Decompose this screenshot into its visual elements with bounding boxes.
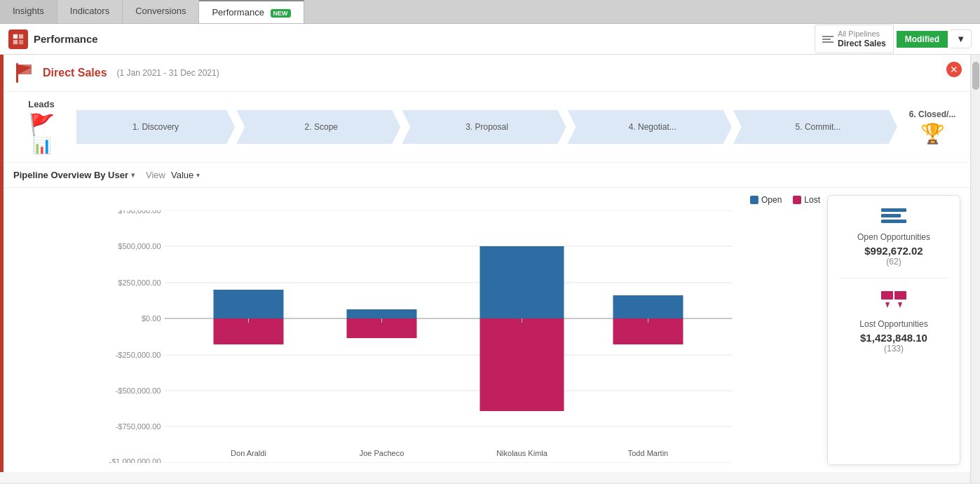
modified-button[interactable]: Modified	[897, 31, 948, 48]
tab-insights[interactable]: Insights	[0, 0, 57, 23]
logo-icon	[12, 33, 25, 46]
svg-text:Joe Pacheco: Joe Pacheco	[360, 449, 404, 457]
new-badge: NEW	[271, 9, 291, 18]
svg-rect-34	[881, 220, 906, 223]
svg-text:$0.00: $0.00	[142, 314, 161, 323]
closed-stage: 6. Closed/... 🏆	[904, 109, 960, 145]
svg-marker-38	[898, 302, 902, 308]
pipeline-selector[interactable]: All Pipelines Direct Sales	[815, 25, 894, 54]
content-panel: Direct Sales (1 Jan 2021 - 31 Dec 2021) …	[0, 55, 970, 483]
direct-sales-header: Direct Sales (1 Jan 2021 - 31 Dec 2021) …	[4, 55, 970, 92]
lost-opportunities-icon	[839, 290, 948, 315]
stage-5[interactable]: 5. Commit...	[733, 110, 897, 144]
svg-text:-$750,000.00: -$750,000.00	[116, 422, 161, 431]
svg-text:$250,000.00: $250,000.00	[118, 278, 161, 287]
leads-flag-icon: 🚩	[29, 112, 55, 137]
trophy-icon: 🏆	[920, 122, 945, 145]
stat-divider	[839, 278, 948, 278]
lost-opportunities-block: Lost Opportunities $1,423,848.10 (133)	[839, 290, 948, 354]
svg-text:-$250,000.00: -$250,000.00	[116, 351, 161, 359]
svg-rect-2	[13, 39, 18, 43]
legend-lost: Lost	[793, 195, 820, 205]
pipeline-overview-dropdown[interactable]: Pipeline Overview By User ▾	[13, 170, 135, 180]
svg-text:$750,000.00: $750,000.00	[118, 210, 161, 215]
bar-nik-lost	[480, 318, 564, 411]
direct-sales-card: Direct Sales (1 Jan 2021 - 31 Dec 2021) …	[0, 55, 970, 472]
svg-rect-32	[881, 208, 906, 212]
svg-text:$500,000.00: $500,000.00	[118, 242, 161, 250]
main-content: Direct Sales (1 Jan 2021 - 31 Dec 2021) …	[0, 55, 980, 483]
overview-controls: Pipeline Overview By User ▾ View Value ▾	[4, 163, 970, 188]
overview-dropdown-caret: ▾	[131, 171, 135, 179]
direct-sales-date: (1 Jan 2021 - 31 Dec 2021)	[117, 68, 219, 78]
svg-text:Don Araldi: Don Araldi	[231, 449, 266, 457]
header-left: Performance	[8, 29, 98, 49]
header-bar: Performance All Pipelines Direct Sales M…	[0, 24, 980, 55]
scrollbar-thumb[interactable]	[972, 62, 979, 90]
bar-don-open	[214, 290, 284, 318]
closed-label: 6. Closed/...	[909, 109, 956, 119]
svg-rect-36	[894, 291, 906, 300]
header-logo	[8, 29, 28, 49]
bar-chart: $750,000.00 $500,000.00 $250,000.00 $0.0…	[13, 210, 820, 463]
scrollbar[interactable]	[970, 55, 980, 483]
chart-wrapper: Open Lost	[4, 188, 970, 472]
tab-conversions[interactable]: Conversions	[123, 0, 199, 23]
svg-rect-35	[881, 291, 893, 300]
leads-label: Leads	[28, 99, 55, 109]
stage-2[interactable]: 2. Scope	[236, 110, 400, 144]
pipeline-dropdown-button[interactable]: ▼	[951, 29, 972, 48]
bar-todd-open	[613, 295, 683, 318]
svg-rect-0	[13, 34, 18, 38]
svg-rect-4	[16, 63, 18, 83]
open-count: (62)	[839, 257, 948, 267]
view-dropdown[interactable]: View Value ▾	[146, 170, 200, 180]
leads-stage: Leads 🚩 📊	[13, 99, 69, 155]
stage-4[interactable]: 4. Negotiat...	[568, 110, 732, 144]
open-legend-dot	[750, 196, 758, 204]
svg-rect-1	[19, 34, 23, 38]
chart-legend: Open Lost	[13, 195, 820, 205]
header-right: All Pipelines Direct Sales Modified ▼	[815, 25, 972, 54]
open-opportunities-block: Open Opportunities $992,672.02 (62)	[839, 207, 948, 267]
lost-label: Lost Opportunities	[839, 319, 948, 329]
pipeline-lines-icon	[822, 36, 833, 43]
svg-rect-6	[19, 65, 32, 74]
lost-count: (133)	[839, 344, 948, 354]
svg-marker-37	[885, 302, 890, 308]
tab-performance[interactable]: Performance NEW	[199, 0, 304, 23]
bar-nik-open	[480, 246, 564, 318]
close-button[interactable]: ✕	[946, 62, 962, 77]
open-label: Open Opportunities	[839, 232, 948, 242]
lost-legend-dot	[793, 196, 801, 204]
direct-sales-title: Direct Sales	[43, 67, 107, 79]
pipeline-stages: 1. Discovery 2. Scope 3. Proposal 4. Neg…	[76, 110, 897, 144]
lost-value: $1,423,848.10	[839, 332, 948, 344]
svg-text:-$1,000,000.00: -$1,000,000.00	[109, 457, 161, 463]
tab-bar: Insights Indicators Conversions Performa…	[0, 0, 980, 24]
bar-joe-open	[347, 309, 417, 318]
legend-open: Open	[750, 195, 782, 205]
open-value: $992,672.02	[839, 245, 948, 257]
stats-panel: Open Opportunities $992,672.02 (62)	[827, 195, 960, 465]
svg-text:Todd Martin: Todd Martin	[628, 449, 668, 457]
svg-text:-$500,000.00: -$500,000.00	[116, 386, 161, 395]
stage-1[interactable]: 1. Discovery	[76, 110, 235, 144]
tab-indicators[interactable]: Indicators	[57, 0, 123, 23]
view-dropdown-caret: ▾	[196, 171, 200, 179]
leads-base-icon: 📊	[32, 137, 51, 155]
direct-sales-flag-icon	[13, 62, 36, 84]
chart-area: Open Lost	[13, 195, 820, 465]
page-title: Performance	[34, 33, 98, 45]
svg-text:Nikolaus Kimla: Nikolaus Kimla	[496, 449, 548, 457]
open-opportunities-icon	[839, 207, 948, 228]
svg-rect-33	[881, 214, 901, 217]
svg-rect-3	[19, 39, 23, 43]
stage-3[interactable]: 3. Proposal	[402, 110, 566, 144]
pipeline-text: All Pipelines Direct Sales	[838, 29, 886, 50]
stages-row: Leads 🚩 📊 1. Discovery 2. Scope 3. Propo…	[4, 92, 970, 163]
